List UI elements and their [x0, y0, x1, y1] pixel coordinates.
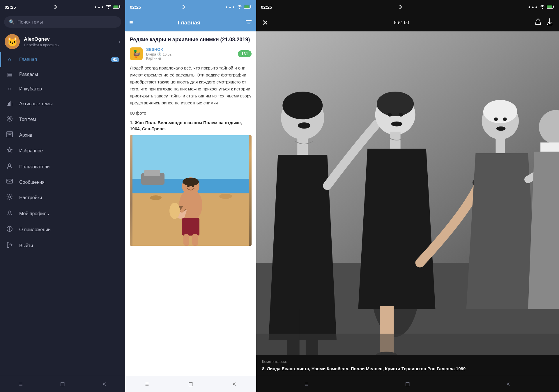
sections-nav-icon: ▤	[6, 71, 13, 78]
bottom-menu-btn-left[interactable]: ≡	[13, 377, 29, 391]
article-body: Людей всегда привлекало всё, что покрыто…	[130, 65, 252, 106]
signal-icon: ▲▲▲	[94, 5, 104, 9]
nav-label-my-profile: Мой профиль	[19, 211, 119, 216]
right-panel: 02:25 ☽ ▲▲▲ ✕ 8 из 60	[256, 0, 559, 392]
svg-point-12	[9, 211, 10, 212]
bottom-home-btn-left[interactable]: □	[55, 377, 70, 391]
photo-count: 60 фото	[130, 111, 252, 115]
author-info: SESHOK Вчера 🕐 16:52 Картинки	[146, 47, 234, 60]
author-meta: Вчера 🕐 16:52	[146, 52, 234, 56]
nav-item-active-themes[interactable]: Активные темы	[0, 96, 125, 111]
svg-rect-27	[144, 170, 160, 176]
my-profile-nav-icon	[6, 210, 13, 218]
close-button[interactable]: ✕	[262, 18, 268, 27]
filter-icon-middle[interactable]	[245, 19, 252, 26]
nav-label-sections: Разделы	[19, 72, 119, 77]
messages-nav-icon	[6, 179, 13, 186]
post-author-row: 🦆 SESHOK Вчера 🕐 16:52 Картинки 161	[130, 47, 252, 60]
status-bar-middle: 02:25 ☽ ▲▲▲	[125, 0, 256, 14]
svg-rect-67	[540, 142, 559, 152]
profile-row[interactable]: 🐱 AlexOgnev Перейти в профиль ›	[0, 31, 125, 52]
nav-label-about: О приложении	[19, 227, 119, 232]
time-middle: 02:25	[130, 5, 141, 10]
home-nav-icon: ⌂	[6, 56, 13, 63]
nav-item-my-profile[interactable]: Мой профиль	[0, 206, 125, 222]
article-title: Редкие кадры и архивные снимки (21.08.20…	[130, 36, 252, 43]
wifi-icon	[106, 5, 111, 10]
menu-icon-middle[interactable]: ≡	[129, 19, 133, 26]
viewer-image-area[interactable]	[256, 31, 559, 355]
users-nav-icon	[6, 163, 13, 171]
bottom-back-btn-left[interactable]: <	[97, 377, 112, 391]
svg-rect-10	[7, 179, 13, 183]
nav-item-sections[interactable]: ▤ Разделы	[0, 67, 125, 82]
status-bar-left: 02:25 ☽ ▲▲▲	[0, 0, 125, 14]
archive-nav-icon	[6, 131, 13, 139]
nav-item-messages[interactable]: Сообщения	[0, 175, 125, 190]
nav-label-logout: Выйти	[19, 243, 119, 248]
bottom-menu-btn-right[interactable]: ≡	[299, 377, 314, 391]
author-category: Картинки	[146, 56, 234, 60]
nav-item-favorites[interactable]: Избранное	[0, 143, 125, 159]
avatar: 🐱	[5, 34, 20, 49]
nav-item-about[interactable]: О приложении	[0, 222, 125, 238]
signal-icon-right: ▲▲▲	[528, 5, 538, 9]
svg-point-58	[377, 92, 414, 116]
share-button[interactable]	[535, 18, 542, 27]
moon-icon-left: ☽	[53, 4, 57, 10]
bottom-bar-right: ≡ □ <	[256, 376, 559, 392]
battery-icon-middle	[244, 5, 252, 10]
time-left: 02:25	[5, 5, 16, 10]
header-title-middle: Главная	[178, 19, 200, 26]
nav-label-incubator: Инкубатор	[19, 86, 119, 92]
author-time-label: Вчера	[146, 52, 156, 56]
download-button[interactable]	[546, 18, 553, 27]
svg-rect-65	[496, 138, 505, 153]
nav-item-home[interactable]: ⌂ Главная 61	[0, 52, 125, 67]
svg-point-40	[219, 194, 232, 199]
incubator-nav-icon: ○	[6, 86, 13, 92]
bottom-menu-btn-middle[interactable]: ≡	[145, 380, 149, 388]
nav-label-users: Пользователи	[19, 164, 119, 170]
search-input[interactable]	[17, 19, 116, 25]
bottom-bar-middle: ≡ □ <	[125, 376, 256, 392]
nav-item-users[interactable]: Пользователи	[0, 159, 125, 175]
active-themes-nav-icon	[6, 100, 13, 107]
middle-panel: 02:25 ☽ ▲▲▲ ≡ Главная Редкие кадры и арх…	[125, 0, 256, 392]
nav-item-logout[interactable]: Выйти	[0, 238, 125, 254]
bottom-home-btn-right[interactable]: □	[400, 377, 415, 391]
svg-point-72	[306, 114, 311, 118]
svg-point-39	[150, 195, 162, 200]
profile-info: AlexOgnev Перейти в профиль	[24, 36, 115, 47]
clock-icon: 🕐	[157, 52, 162, 56]
svg-point-31	[187, 185, 190, 187]
nav-label-messages: Сообщения	[19, 180, 119, 185]
svg-rect-43	[547, 5, 552, 8]
svg-rect-42	[553, 6, 554, 8]
svg-point-30	[183, 178, 199, 186]
bottom-home-btn-middle[interactable]: □	[189, 380, 192, 388]
nav-item-incubator[interactable]: ○ Инкубатор	[0, 82, 125, 96]
svg-rect-6	[7, 133, 13, 137]
nav-label-favorites: Избранное	[19, 148, 119, 154]
svg-rect-36	[182, 218, 199, 236]
battery-icon-right	[547, 5, 554, 10]
moon-icon-middle: ☽	[181, 4, 185, 10]
wifi-icon-right	[540, 5, 545, 10]
nav-item-top[interactable]: Топ тем	[0, 111, 125, 127]
search-bar[interactable]: 🔍	[4, 16, 121, 28]
author-name: SESHOK	[146, 47, 234, 52]
bottom-back-btn-right[interactable]: <	[501, 377, 516, 391]
status-bar-right: 02:25 ☽ ▲▲▲	[256, 0, 559, 14]
svg-point-52	[282, 92, 323, 119]
nav-item-archive[interactable]: Архив	[0, 127, 125, 143]
author-time-value: 16:52	[163, 52, 171, 56]
photo-caption: 1. Жан-Поль Бельмондо с сыном Полем на о…	[130, 120, 252, 132]
article-content[interactable]: Редкие кадры и архивные снимки (21.08.20…	[125, 31, 256, 376]
svg-point-70	[496, 126, 505, 131]
author-avatar: 🦆	[130, 47, 143, 60]
profile-sub: Перейти в профиль	[24, 43, 115, 47]
bottom-back-btn-middle[interactable]: <	[233, 380, 236, 388]
nav-item-settings[interactable]: Настройки	[0, 190, 125, 206]
nav-label-settings: Настройки	[19, 195, 119, 200]
